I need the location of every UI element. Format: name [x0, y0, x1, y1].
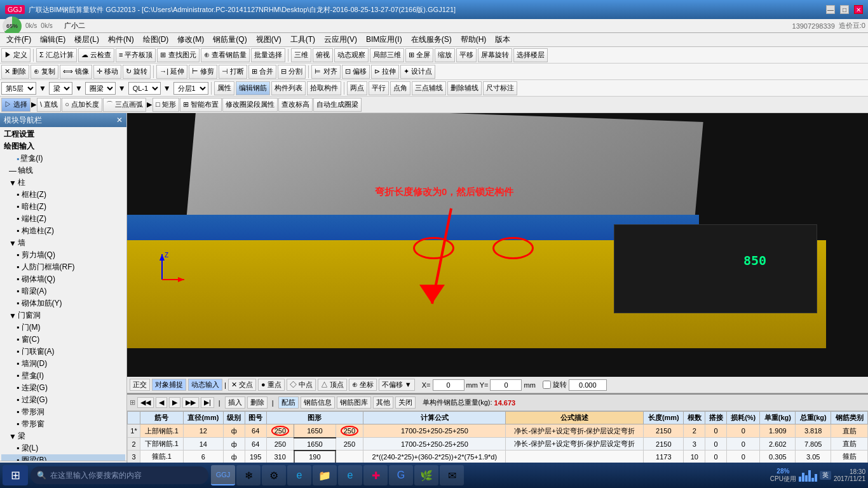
tree-item-door-window-combo[interactable]: ▪ 门联窗(A): [1, 346, 125, 358]
align-btn[interactable]: ⊨ 对齐: [311, 65, 340, 79]
coord-btn[interactable]: ⊕ 坐标: [349, 379, 377, 391]
cloud-check-btn[interactable]: ☁ 云检查: [78, 48, 114, 62]
row-mid-3[interactable]: 190: [294, 451, 336, 463]
row-right-3[interactable]: [336, 451, 363, 463]
change-height-btn[interactable]: 查改标高: [278, 98, 313, 112]
rotate-input[interactable]: [569, 379, 607, 391]
dynamic-view-btn[interactable]: 动态观察: [334, 48, 369, 62]
calc-btn[interactable]: Σ 汇总计算: [36, 48, 77, 62]
tree-item-wall[interactable]: ▼ 墙: [1, 237, 125, 249]
row-count-1[interactable]: 2: [684, 424, 705, 438]
endpoint-btn[interactable]: ● 重点: [258, 379, 285, 391]
titlebar-max-btn[interactable]: □: [840, 5, 849, 14]
row-count-3[interactable]: 10: [684, 451, 705, 463]
tree-item-masonry-rebar[interactable]: ▪ 砌体加筋(Y): [1, 297, 125, 309]
zoom-btn[interactable]: 缩放: [435, 48, 455, 62]
menu-online[interactable]: 在线服务(S): [407, 34, 456, 46]
stretch-btn[interactable]: ⊳ 拉伸: [371, 65, 399, 79]
edit-rebar-btn[interactable]: 编辑钢筋: [236, 81, 270, 95]
three-point-aux-btn[interactable]: 三点辅线: [412, 81, 446, 95]
tree-item-dark-col[interactable]: ▪ 暗柱(Z): [1, 201, 125, 213]
split-btn[interactable]: ⊟ 分割: [278, 65, 306, 79]
tree-item-masonry-wall[interactable]: ▪ 砌体墙(Q): [1, 273, 125, 285]
row-right-1[interactable]: 250: [336, 424, 363, 438]
table-row[interactable]: 2 下部钢筋.1 14 ф 64 250 1650 250 1700-25+25…: [128, 438, 868, 451]
rotate-checkbox[interactable]: [543, 381, 551, 389]
panel-close-icon[interactable]: ✕: [116, 116, 123, 125]
del-aux-btn[interactable]: 删除辅线: [447, 81, 482, 95]
midpoint-btn[interactable]: ◇ 中点: [287, 379, 316, 391]
break-btn[interactable]: ⊣ 打断: [219, 65, 247, 79]
row-dia-3[interactable]: 6: [183, 451, 223, 463]
menu-version[interactable]: 版本: [491, 34, 514, 46]
close-panel-btn[interactable]: 关闭: [395, 396, 416, 409]
taskbar-app-folder[interactable]: 📁: [313, 465, 337, 485]
floor-select[interactable]: 第5层: [1, 82, 36, 95]
config-btn[interactable]: 配筋: [278, 396, 299, 409]
taskbar-app-g[interactable]: G: [389, 465, 413, 485]
beam-type-select[interactable]: 圈梁: [85, 82, 116, 95]
define-btn[interactable]: ▶ 定义: [1, 48, 31, 62]
tree-item-end-col[interactable]: ▪ 端柱(Z): [1, 213, 125, 225]
tree-item-door[interactable]: ▪ 门(M): [1, 322, 125, 334]
pick-member-btn[interactable]: 拾取构件: [307, 81, 341, 95]
start-button[interactable]: ⊞: [3, 465, 28, 485]
tree-item-strip-window[interactable]: ▪ 带形窗: [1, 418, 125, 430]
menu-member[interactable]: 构件(N): [104, 34, 138, 46]
titlebar-min-btn[interactable]: —: [826, 5, 835, 14]
menu-file[interactable]: 文件(F): [3, 34, 35, 46]
member-list-btn[interactable]: 构件列表: [271, 81, 306, 95]
row-count-2[interactable]: 3: [684, 438, 705, 451]
row-dia-2[interactable]: 14: [183, 438, 223, 451]
rotate-btn[interactable]: ↻ 旋转: [123, 65, 151, 79]
row-fignum-3[interactable]: 195: [245, 451, 266, 463]
nav-end-btn[interactable]: ▶|: [201, 397, 214, 408]
mirror-btn[interactable]: ⟺ 镜像: [60, 65, 92, 79]
partial-3d-btn[interactable]: 局部三维: [370, 48, 404, 62]
row-left-3[interactable]: 310: [266, 451, 294, 463]
menu-cloud[interactable]: 云应用(V): [320, 34, 361, 46]
tree-item-construct-col[interactable]: ▪ 构造柱(Z): [1, 225, 125, 237]
canvas-area[interactable]: 850 弯折长度修改为0，然后锁定构件: [127, 113, 868, 377]
nav-prev-btn[interactable]: ◀: [156, 397, 167, 408]
taskbar-app-ie[interactable]: e: [287, 465, 311, 485]
tree-item-civil-wall[interactable]: ▪ 人防门框墙(RF): [1, 261, 125, 273]
fullscreen-btn[interactable]: ⊞ 全屏: [405, 48, 433, 62]
row-name-2[interactable]: 下部钢筋.1: [140, 438, 184, 451]
row-mid-2[interactable]: 1650: [294, 438, 336, 451]
top-view-btn[interactable]: 俯视: [313, 48, 333, 62]
delete-btn[interactable]: ✕ 删除: [1, 65, 29, 79]
row-name-3[interactable]: 箍筋.1: [140, 451, 184, 463]
tree-item-engineering-setup[interactable]: 工程设置: [1, 128, 125, 140]
line-btn[interactable]: \ 直线: [37, 98, 61, 112]
extend-btn[interactable]: →| 延伸: [156, 65, 187, 79]
two-point-btn[interactable]: 两点: [347, 81, 367, 95]
menu-edit[interactable]: 编辑(E): [36, 34, 69, 46]
angle-point-btn[interactable]: 点角: [390, 81, 410, 95]
tree-item-frame-beam[interactable]: ▪ 梁(L): [1, 442, 125, 454]
row-name-1[interactable]: 上部钢筋.1: [140, 424, 184, 438]
tree-item-wall-opening[interactable]: ▪ 墙洞(D): [1, 358, 125, 370]
arc-btn[interactable]: ⌒ 三点画弧: [103, 98, 146, 112]
modify-seg-btn[interactable]: 修改圈梁段属性: [222, 98, 278, 112]
tree-item-frame-col[interactable]: ▪ 框柱(Z): [1, 189, 125, 201]
dynamic-input-btn[interactable]: 动态输入: [188, 379, 222, 391]
taskbar-app-plus[interactable]: ✚: [363, 465, 388, 485]
copy-btn[interactable]: ⊕ 复制: [31, 65, 58, 79]
y-input[interactable]: [490, 379, 522, 391]
trim-btn[interactable]: ⊢ 修剪: [189, 65, 217, 79]
menu-bim[interactable]: BIM应用(I): [362, 34, 406, 46]
taskbar-app-ggj[interactable]: GGJ: [211, 465, 235, 485]
taskbar-app-gear[interactable]: ⚙: [262, 465, 286, 485]
taskbar-app-mail[interactable]: ✉: [440, 465, 464, 485]
row-fignum-1[interactable]: 64: [245, 424, 266, 438]
nav-last-btn[interactable]: ▶▶: [182, 397, 199, 408]
select-mode-btn[interactable]: ▷ 选择: [1, 98, 31, 112]
tree-item-strip-opening[interactable]: ▪ 带形洞: [1, 406, 125, 418]
vertex-btn[interactable]: △ 顶点: [318, 379, 347, 391]
beam-name-select[interactable]: QL-1: [128, 82, 161, 95]
taskbar-app-edge[interactable]: e: [338, 465, 362, 485]
screen-rotate-btn[interactable]: 屏幕旋转: [478, 48, 512, 62]
menu-modify[interactable]: 修改(M): [173, 34, 208, 46]
taskbar-search[interactable]: 🔍 在这里输入你要搜索的内容: [31, 466, 208, 484]
